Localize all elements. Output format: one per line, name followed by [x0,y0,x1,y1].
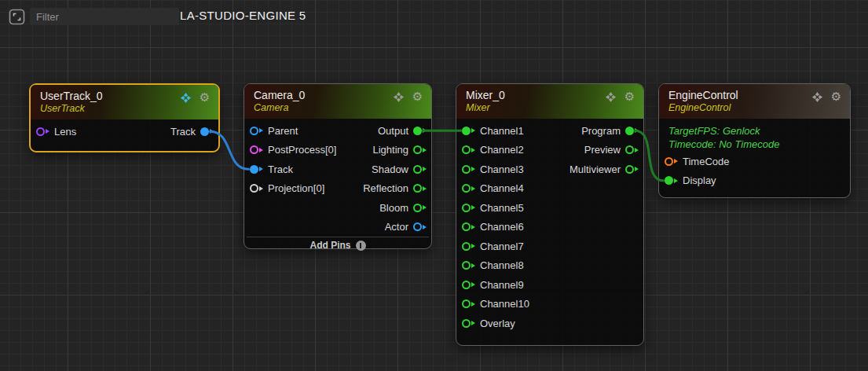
pin-row: Channel1Program [456,121,643,141]
node-header[interactable]: EngineControlEngineControl⚙ [659,84,850,119]
pin-row: Overlay [456,314,643,333]
pin-arrow-icon [423,167,427,171]
pin-row: ParentOutput [244,121,431,141]
pin-in-channel4[interactable]: Channel4 [462,182,524,194]
pin-arrow-icon [635,167,639,171]
pin-arrow-icon [471,167,475,171]
pin-out-multiviewer[interactable]: Multiviewer [570,163,639,175]
pin-in-parent[interactable]: Parent [250,125,298,137]
pin-row: PostProcess[0]Lighting [244,141,431,160]
pin-out-lighting[interactable]: Lighting [372,144,427,156]
pin-in-channel2[interactable]: Channel2 [462,144,524,156]
pin-row: Channel4 [456,179,643,199]
add-pins-button[interactable]: Add Pins [244,237,431,255]
pin-in-track[interactable]: Track [250,163,293,175]
pin-in-channel8[interactable]: Channel8 [462,259,524,271]
pin-dot-icon [413,222,422,231]
pin-out-actor[interactable]: Actor [385,221,427,233]
move-icon[interactable] [605,91,617,103]
gear-icon[interactable]: ⚙ [830,91,842,103]
pin-label: Channel6 [480,221,524,233]
pin-arrow-icon [423,205,427,210]
gear-icon[interactable]: ⚙ [199,92,211,104]
pin-in-postprocess-0[interactable]: PostProcess[0] [250,144,336,156]
pin-dot-icon [462,222,471,231]
node-subtitle: EngineControl [668,102,841,115]
pin-out-shadow[interactable]: Shadow [372,163,427,175]
pin-out-preview[interactable]: Preview [584,144,639,156]
pin-row: Display [659,171,850,191]
move-icon[interactable] [811,91,823,103]
pin-dot-icon [665,176,673,185]
node-header[interactable]: Camera_0Camera⚙ [244,84,431,119]
pin-row: Channel8 [456,256,643,276]
pin-dot-icon [200,127,209,136]
pin-in-channel7[interactable]: Channel7 [462,241,524,252]
node-info-line: Timecode: No Timecode [668,138,841,152]
add-pins-label: Add Pins [309,240,350,251]
node-header-icons: ⚙ [605,91,635,103]
move-icon[interactable] [180,92,192,104]
pin-in-channel9[interactable]: Channel9 [462,279,524,291]
pin-arrow-icon [471,148,475,152]
node-body: ParentOutputPostProcess[0]LightingTrackS… [244,119,431,255]
pin-in-channel5[interactable]: Channel5 [462,202,524,214]
pin-dot-icon [462,242,471,251]
pin-label: Channel7 [480,241,524,252]
move-icon[interactable] [393,91,405,103]
pin-dot-icon [625,127,634,135]
node-mixer-0[interactable]: Mixer_0Mixer⚙Channel1ProgramChannel2Prev… [456,83,644,346]
pin-label: Lens [54,126,76,138]
pin-label: Channel2 [480,144,524,156]
pin-label: Channel4 [480,182,524,194]
pin-arrow-icon [674,159,678,163]
pin-label: Overlay [480,318,515,329]
pin-out-program[interactable]: Program [581,125,639,137]
pin-in-lens[interactable]: Lens [36,126,76,138]
pin-row: TimeCode [659,152,850,171]
pin-dot-icon [462,281,471,289]
pin-row: Projection[0]Reflection [244,179,431,199]
node-header[interactable]: Mixer_0Mixer⚙ [456,84,643,119]
pin-in-display[interactable]: Display [665,174,716,186]
pin-row: Channel3Multiviewer [456,160,643,179]
pin-arrow-icon [471,186,475,191]
pin-dot-icon [665,157,673,166]
filter-input[interactable] [30,8,179,25]
pin-row: TrackShadow [244,160,431,179]
pin-dot-icon [250,184,258,193]
node-graph-canvas[interactable]: LA-STUDIO-ENGINE 5 UserTrack_0UserTrack⚙… [0,0,868,371]
pin-dot-icon [462,127,471,135]
fit-view-button[interactable] [9,9,25,25]
pin-out-output[interactable]: Output [378,125,427,137]
pin-label: Preview [584,144,621,156]
pin-label: Channel9 [480,279,524,291]
pin-arrow-icon [259,186,263,191]
pin-in-channel6[interactable]: Channel6 [462,221,524,233]
pin-dot-icon [250,127,258,135]
node-enginecontrol[interactable]: EngineControlEngineControl⚙TargetFPS: Ge… [658,83,851,198]
pin-in-channel1[interactable]: Channel1 [462,125,524,137]
add-pins-icon [356,241,366,251]
pin-out-reflection[interactable]: Reflection [363,182,427,194]
node-header-icons: ⚙ [811,91,842,103]
pin-in-timecode[interactable]: TimeCode [665,156,729,167]
pin-row: Actor [244,218,431,237]
pin-in-channel10[interactable]: Channel10 [462,298,529,310]
node-usertrack-0[interactable]: UserTrack_0UserTrack⚙LensTrack [29,83,220,152]
pin-arrow-icon [471,225,475,230]
gear-icon[interactable]: ⚙ [624,91,635,103]
pin-arrow-icon [471,128,475,133]
pin-in-channel3[interactable]: Channel3 [462,163,524,175]
pin-in-projection-0[interactable]: Projection[0] [250,182,324,194]
pin-in-overlay[interactable]: Overlay [462,318,515,329]
pin-label: Track [170,126,196,138]
pin-dot-icon [413,127,422,135]
pin-dot-icon [462,145,471,154]
pin-out-track[interactable]: Track [170,126,214,138]
node-header[interactable]: UserTrack_0UserTrack⚙ [31,85,218,119]
pin-out-bloom[interactable]: Bloom [379,202,427,214]
node-header-icons: ⚙ [393,91,423,103]
gear-icon[interactable]: ⚙ [412,91,423,103]
node-camera-0[interactable]: Camera_0Camera⚙ParentOutputPostProcess[0… [244,83,432,249]
